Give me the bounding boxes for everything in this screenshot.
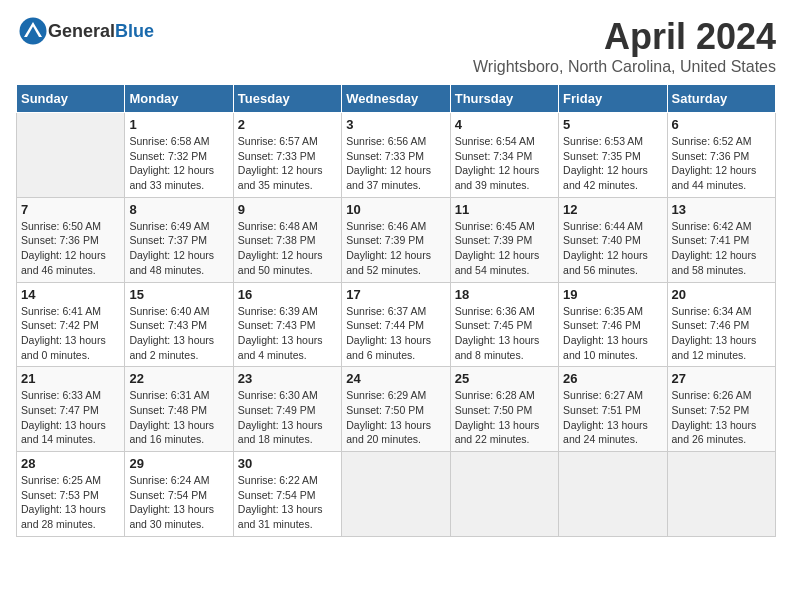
day-number: 9 bbox=[238, 202, 337, 217]
day-number: 29 bbox=[129, 456, 228, 471]
calendar-cell: 27Sunrise: 6:26 AMSunset: 7:52 PMDayligh… bbox=[667, 367, 775, 452]
day-number: 23 bbox=[238, 371, 337, 386]
day-info: Sunrise: 6:41 AMSunset: 7:42 PMDaylight:… bbox=[21, 304, 120, 363]
day-info: Sunrise: 6:52 AMSunset: 7:36 PMDaylight:… bbox=[672, 134, 771, 193]
calendar-cell: 17Sunrise: 6:37 AMSunset: 7:44 PMDayligh… bbox=[342, 282, 450, 367]
calendar-cell: 7Sunrise: 6:50 AMSunset: 7:36 PMDaylight… bbox=[17, 197, 125, 282]
day-of-week-header: Saturday bbox=[667, 85, 775, 113]
calendar-week-row: 28Sunrise: 6:25 AMSunset: 7:53 PMDayligh… bbox=[17, 452, 776, 537]
day-info: Sunrise: 6:25 AMSunset: 7:53 PMDaylight:… bbox=[21, 473, 120, 532]
day-number: 16 bbox=[238, 287, 337, 302]
calendar-cell: 18Sunrise: 6:36 AMSunset: 7:45 PMDayligh… bbox=[450, 282, 558, 367]
day-number: 13 bbox=[672, 202, 771, 217]
calendar-cell: 13Sunrise: 6:42 AMSunset: 7:41 PMDayligh… bbox=[667, 197, 775, 282]
day-number: 14 bbox=[21, 287, 120, 302]
day-number: 11 bbox=[455, 202, 554, 217]
calendar-week-row: 7Sunrise: 6:50 AMSunset: 7:36 PMDaylight… bbox=[17, 197, 776, 282]
calendar-cell: 10Sunrise: 6:46 AMSunset: 7:39 PMDayligh… bbox=[342, 197, 450, 282]
day-info: Sunrise: 6:29 AMSunset: 7:50 PMDaylight:… bbox=[346, 388, 445, 447]
calendar-cell: 29Sunrise: 6:24 AMSunset: 7:54 PMDayligh… bbox=[125, 452, 233, 537]
day-info: Sunrise: 6:31 AMSunset: 7:48 PMDaylight:… bbox=[129, 388, 228, 447]
day-number: 5 bbox=[563, 117, 662, 132]
day-number: 21 bbox=[21, 371, 120, 386]
calendar-cell: 6Sunrise: 6:52 AMSunset: 7:36 PMDaylight… bbox=[667, 113, 775, 198]
calendar-cell: 25Sunrise: 6:28 AMSunset: 7:50 PMDayligh… bbox=[450, 367, 558, 452]
calendar-cell: 14Sunrise: 6:41 AMSunset: 7:42 PMDayligh… bbox=[17, 282, 125, 367]
day-number: 20 bbox=[672, 287, 771, 302]
day-info: Sunrise: 6:30 AMSunset: 7:49 PMDaylight:… bbox=[238, 388, 337, 447]
day-of-week-header: Sunday bbox=[17, 85, 125, 113]
logo-blue: Blue bbox=[115, 21, 154, 41]
calendar-cell: 11Sunrise: 6:45 AMSunset: 7:39 PMDayligh… bbox=[450, 197, 558, 282]
day-number: 3 bbox=[346, 117, 445, 132]
day-number: 17 bbox=[346, 287, 445, 302]
day-of-week-header: Friday bbox=[559, 85, 667, 113]
calendar-table: SundayMondayTuesdayWednesdayThursdayFrid… bbox=[16, 84, 776, 537]
calendar-cell: 21Sunrise: 6:33 AMSunset: 7:47 PMDayligh… bbox=[17, 367, 125, 452]
calendar-cell bbox=[17, 113, 125, 198]
calendar-cell: 30Sunrise: 6:22 AMSunset: 7:54 PMDayligh… bbox=[233, 452, 341, 537]
day-number: 10 bbox=[346, 202, 445, 217]
calendar-week-row: 14Sunrise: 6:41 AMSunset: 7:42 PMDayligh… bbox=[17, 282, 776, 367]
calendar-cell: 4Sunrise: 6:54 AMSunset: 7:34 PMDaylight… bbox=[450, 113, 558, 198]
logo-general: General bbox=[48, 21, 115, 41]
day-number: 7 bbox=[21, 202, 120, 217]
day-info: Sunrise: 6:49 AMSunset: 7:37 PMDaylight:… bbox=[129, 219, 228, 278]
calendar-cell: 9Sunrise: 6:48 AMSunset: 7:38 PMDaylight… bbox=[233, 197, 341, 282]
day-number: 26 bbox=[563, 371, 662, 386]
day-number: 25 bbox=[455, 371, 554, 386]
day-number: 24 bbox=[346, 371, 445, 386]
month-title: April 2024 bbox=[473, 16, 776, 58]
calendar-cell: 16Sunrise: 6:39 AMSunset: 7:43 PMDayligh… bbox=[233, 282, 341, 367]
logo: GeneralBlue bbox=[16, 16, 154, 46]
calendar-header-row: SundayMondayTuesdayWednesdayThursdayFrid… bbox=[17, 85, 776, 113]
calendar-cell bbox=[667, 452, 775, 537]
day-number: 27 bbox=[672, 371, 771, 386]
day-number: 15 bbox=[129, 287, 228, 302]
day-of-week-header: Thursday bbox=[450, 85, 558, 113]
day-number: 30 bbox=[238, 456, 337, 471]
day-number: 1 bbox=[129, 117, 228, 132]
day-info: Sunrise: 6:22 AMSunset: 7:54 PMDaylight:… bbox=[238, 473, 337, 532]
calendar-cell: 3Sunrise: 6:56 AMSunset: 7:33 PMDaylight… bbox=[342, 113, 450, 198]
title-block: April 2024 Wrightsboro, North Carolina, … bbox=[473, 16, 776, 76]
calendar-cell: 20Sunrise: 6:34 AMSunset: 7:46 PMDayligh… bbox=[667, 282, 775, 367]
day-number: 6 bbox=[672, 117, 771, 132]
day-number: 19 bbox=[563, 287, 662, 302]
day-number: 4 bbox=[455, 117, 554, 132]
page-header: GeneralBlue April 2024 Wrightsboro, Nort… bbox=[16, 16, 776, 76]
calendar-week-row: 21Sunrise: 6:33 AMSunset: 7:47 PMDayligh… bbox=[17, 367, 776, 452]
day-info: Sunrise: 6:57 AMSunset: 7:33 PMDaylight:… bbox=[238, 134, 337, 193]
calendar-cell: 15Sunrise: 6:40 AMSunset: 7:43 PMDayligh… bbox=[125, 282, 233, 367]
day-info: Sunrise: 6:26 AMSunset: 7:52 PMDaylight:… bbox=[672, 388, 771, 447]
calendar-cell: 8Sunrise: 6:49 AMSunset: 7:37 PMDaylight… bbox=[125, 197, 233, 282]
day-info: Sunrise: 6:33 AMSunset: 7:47 PMDaylight:… bbox=[21, 388, 120, 447]
day-of-week-header: Wednesday bbox=[342, 85, 450, 113]
day-number: 2 bbox=[238, 117, 337, 132]
day-info: Sunrise: 6:54 AMSunset: 7:34 PMDaylight:… bbox=[455, 134, 554, 193]
day-number: 8 bbox=[129, 202, 228, 217]
day-info: Sunrise: 6:35 AMSunset: 7:46 PMDaylight:… bbox=[563, 304, 662, 363]
calendar-cell: 23Sunrise: 6:30 AMSunset: 7:49 PMDayligh… bbox=[233, 367, 341, 452]
day-info: Sunrise: 6:45 AMSunset: 7:39 PMDaylight:… bbox=[455, 219, 554, 278]
day-number: 18 bbox=[455, 287, 554, 302]
day-info: Sunrise: 6:56 AMSunset: 7:33 PMDaylight:… bbox=[346, 134, 445, 193]
calendar-cell bbox=[450, 452, 558, 537]
calendar-cell: 19Sunrise: 6:35 AMSunset: 7:46 PMDayligh… bbox=[559, 282, 667, 367]
day-info: Sunrise: 6:28 AMSunset: 7:50 PMDaylight:… bbox=[455, 388, 554, 447]
calendar-cell: 12Sunrise: 6:44 AMSunset: 7:40 PMDayligh… bbox=[559, 197, 667, 282]
calendar-cell: 28Sunrise: 6:25 AMSunset: 7:53 PMDayligh… bbox=[17, 452, 125, 537]
day-of-week-header: Tuesday bbox=[233, 85, 341, 113]
day-info: Sunrise: 6:37 AMSunset: 7:44 PMDaylight:… bbox=[346, 304, 445, 363]
day-info: Sunrise: 6:34 AMSunset: 7:46 PMDaylight:… bbox=[672, 304, 771, 363]
day-info: Sunrise: 6:40 AMSunset: 7:43 PMDaylight:… bbox=[129, 304, 228, 363]
calendar-cell bbox=[559, 452, 667, 537]
day-info: Sunrise: 6:48 AMSunset: 7:38 PMDaylight:… bbox=[238, 219, 337, 278]
calendar-cell: 26Sunrise: 6:27 AMSunset: 7:51 PMDayligh… bbox=[559, 367, 667, 452]
day-info: Sunrise: 6:44 AMSunset: 7:40 PMDaylight:… bbox=[563, 219, 662, 278]
day-info: Sunrise: 6:36 AMSunset: 7:45 PMDaylight:… bbox=[455, 304, 554, 363]
day-number: 12 bbox=[563, 202, 662, 217]
calendar-cell: 2Sunrise: 6:57 AMSunset: 7:33 PMDaylight… bbox=[233, 113, 341, 198]
day-info: Sunrise: 6:42 AMSunset: 7:41 PMDaylight:… bbox=[672, 219, 771, 278]
calendar-week-row: 1Sunrise: 6:58 AMSunset: 7:32 PMDaylight… bbox=[17, 113, 776, 198]
